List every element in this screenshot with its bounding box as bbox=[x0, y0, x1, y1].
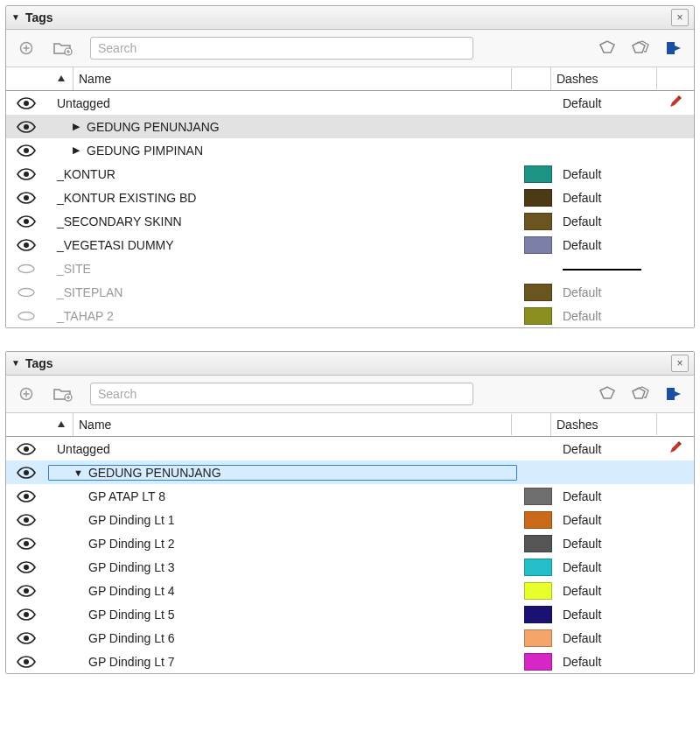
expander-open-icon[interactable]: ▼ bbox=[74, 467, 83, 478]
color-swatch[interactable] bbox=[524, 535, 552, 552]
tag-row[interactable]: _SITEPLANDefault bbox=[6, 280, 694, 304]
header-name[interactable]: Name bbox=[74, 414, 512, 435]
visibility-off-icon[interactable] bbox=[6, 311, 46, 321]
dashes-cell[interactable]: Default bbox=[557, 560, 657, 574]
tag-name-cell[interactable]: Untagged bbox=[46, 442, 519, 456]
add-folder-icon[interactable] bbox=[53, 39, 73, 58]
visibility-on-icon[interactable] bbox=[6, 215, 46, 228]
tag-row[interactable]: ▶GEDUNG PENUNJANG bbox=[6, 115, 694, 138]
tag-name-cell[interactable]: GP Dinding Lt 4 bbox=[46, 584, 519, 598]
visibility-on-icon[interactable] bbox=[6, 561, 46, 573]
pencil-icon[interactable] bbox=[668, 439, 683, 458]
add-folder-icon[interactable] bbox=[53, 384, 73, 404]
collapse-icon[interactable]: ▼ bbox=[11, 13, 20, 22]
tag-row[interactable]: _KONTUR EXISTING BDDefault bbox=[6, 186, 694, 209]
collapse-icon[interactable]: ▼ bbox=[11, 359, 20, 368]
tag-name-cell[interactable]: _VEGETASI DUMMY bbox=[46, 238, 519, 252]
visibility-on-icon[interactable] bbox=[6, 514, 46, 526]
dashes-cell[interactable]: Default bbox=[557, 96, 657, 110]
dashes-cell[interactable]: Default bbox=[557, 608, 657, 622]
tag-row[interactable]: _KONTURDefault bbox=[6, 162, 694, 186]
add-tag-icon[interactable] bbox=[17, 39, 36, 58]
dashes-cell[interactable]: Default bbox=[557, 214, 657, 228]
color-swatch-cell[interactable] bbox=[519, 165, 557, 183]
tag-name-cell[interactable]: _KONTUR EXISTING BD bbox=[46, 191, 519, 205]
color-swatch[interactable] bbox=[524, 582, 552, 600]
color-swatch-cell[interactable] bbox=[519, 606, 557, 623]
tag-row[interactable]: UntaggedDefault bbox=[6, 437, 694, 460]
sort-indicator[interactable] bbox=[6, 413, 74, 436]
color-swatch-cell[interactable] bbox=[519, 582, 557, 600]
tag-row[interactable]: _VEGETASI DUMMYDefault bbox=[6, 233, 694, 257]
color-swatch-cell[interactable] bbox=[519, 307, 557, 325]
visibility-on-icon[interactable] bbox=[6, 121, 46, 133]
header-dashes[interactable]: Dashes bbox=[551, 68, 657, 89]
tag-name-cell[interactable]: GP Dinding Lt 1 bbox=[46, 513, 519, 527]
color-swatch-cell[interactable] bbox=[519, 236, 557, 254]
dashes-cell[interactable]: Default bbox=[557, 442, 657, 456]
pencil-icon[interactable] bbox=[668, 94, 683, 112]
color-swatch[interactable] bbox=[524, 236, 552, 254]
color-swatch-cell[interactable] bbox=[519, 629, 557, 647]
sort-indicator[interactable] bbox=[6, 67, 74, 90]
titlebar[interactable]: ▼ Tags × bbox=[6, 352, 694, 376]
tag-name-cell[interactable]: _SITEPLAN bbox=[46, 285, 519, 299]
tag-name-cell[interactable]: _TAHAP 2 bbox=[46, 309, 519, 323]
dashes-cell[interactable]: Default bbox=[557, 167, 657, 181]
visibility-on-icon[interactable] bbox=[6, 608, 46, 621]
dashes-cell[interactable]: Default bbox=[557, 489, 657, 503]
color-swatch-cell[interactable] bbox=[519, 213, 557, 230]
dashes-cell[interactable]: Default bbox=[557, 238, 657, 252]
color-swatch-cell[interactable] bbox=[519, 535, 557, 552]
tag-name-cell[interactable]: ▼GEDUNG PENUNJANG bbox=[48, 465, 517, 481]
tag-row[interactable]: GP Dinding Lt 3Default bbox=[6, 555, 694, 579]
tag-row[interactable]: _SITE bbox=[6, 257, 694, 280]
tag-label-icon[interactable] bbox=[598, 39, 617, 58]
dashes-cell[interactable]: Default bbox=[557, 537, 657, 551]
edit-cell[interactable] bbox=[657, 439, 694, 458]
color-swatch[interactable] bbox=[524, 606, 552, 623]
color-swatch[interactable] bbox=[524, 511, 552, 529]
color-swatch[interactable] bbox=[524, 559, 552, 576]
dashes-cell[interactable]: Default bbox=[557, 309, 657, 323]
tag-row[interactable]: GP Dinding Lt 1Default bbox=[6, 508, 694, 531]
color-swatch[interactable] bbox=[524, 213, 552, 230]
header-dashes[interactable]: Dashes bbox=[551, 414, 657, 435]
tags-multi-icon[interactable] bbox=[631, 384, 650, 404]
tag-row[interactable]: ▶GEDUNG PIMPINAN bbox=[6, 138, 694, 162]
visibility-on-icon[interactable] bbox=[6, 467, 46, 479]
visibility-on-icon[interactable] bbox=[6, 97, 46, 109]
tag-row[interactable]: ▼GEDUNG PENUNJANG bbox=[6, 460, 694, 484]
search-input[interactable] bbox=[90, 37, 473, 60]
tag-name-cell[interactable]: ▶GEDUNG PIMPINAN bbox=[46, 144, 519, 158]
header-swatch[interactable] bbox=[512, 413, 551, 436]
visibility-on-icon[interactable] bbox=[6, 490, 46, 503]
visibility-on-icon[interactable] bbox=[6, 192, 46, 204]
dashes-cell[interactable] bbox=[557, 267, 657, 271]
color-swatch[interactable] bbox=[524, 284, 552, 301]
color-swatch-cell[interactable] bbox=[519, 559, 557, 576]
tag-name-cell[interactable]: GP Dinding Lt 5 bbox=[46, 608, 519, 622]
tag-row[interactable]: _SECONDARY SKINNDefault bbox=[6, 209, 694, 233]
expander-closed-icon[interactable]: ▶ bbox=[73, 121, 81, 132]
color-swatch[interactable] bbox=[524, 307, 552, 325]
tag-row[interactable]: GP Dinding Lt 2Default bbox=[6, 531, 694, 555]
color-swatch[interactable] bbox=[524, 629, 552, 647]
tag-row[interactable]: _TAHAP 2Default bbox=[6, 304, 694, 327]
tag-label-icon[interactable] bbox=[598, 384, 617, 404]
dashes-cell[interactable]: Default bbox=[557, 631, 657, 645]
close-button[interactable]: × bbox=[671, 9, 689, 26]
visibility-on-icon[interactable] bbox=[6, 443, 46, 455]
dashes-cell[interactable]: Default bbox=[557, 285, 657, 299]
tag-name-cell[interactable]: GP ATAP LT 8 bbox=[46, 489, 519, 503]
tag-row[interactable]: UntaggedDefault bbox=[6, 91, 694, 115]
visibility-on-icon[interactable] bbox=[6, 585, 46, 597]
color-swatch-cell[interactable] bbox=[519, 189, 557, 207]
titlebar[interactable]: ▼ Tags × bbox=[6, 6, 694, 30]
edit-cell[interactable] bbox=[657, 94, 694, 112]
color-swatch[interactable] bbox=[524, 165, 552, 183]
dashes-cell[interactable]: Default bbox=[557, 655, 657, 669]
visibility-on-icon[interactable] bbox=[6, 538, 46, 550]
header-swatch[interactable] bbox=[512, 67, 551, 90]
color-swatch[interactable] bbox=[524, 189, 552, 207]
